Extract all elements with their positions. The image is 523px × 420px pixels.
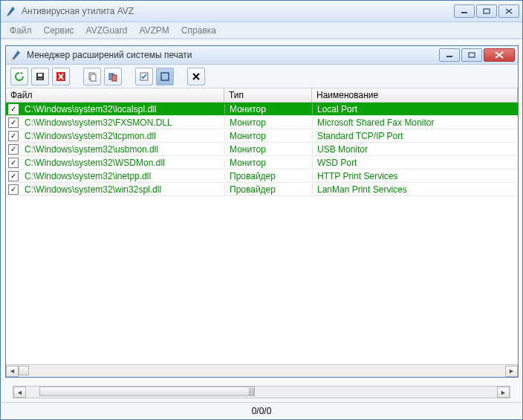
cell-type: Монитор	[224, 131, 312, 141]
table-row[interactable]: ✓C:\Windows\system32\win32spl.dllПровайд…	[6, 183, 518, 196]
scroll-grip-icon	[249, 388, 255, 396]
cell-type: Провайдер	[224, 171, 312, 181]
menubar: Файл Сервис AVZGuard AVZPM Справка	[1, 22, 522, 39]
cell-type: Монитор	[224, 104, 312, 114]
cell-file: C:\Windows\system32\tcpmon.dll	[22, 131, 224, 141]
cell-file: C:\Windows\system32\FXSMON.DLL	[22, 117, 224, 128]
table-row[interactable]: ✓C:\Windows\system32\tcpmon.dllМониторSt…	[6, 129, 518, 143]
svg-rect-8	[38, 78, 42, 80]
svg-rect-0	[7, 15, 9, 16]
main-client-area: Менеджер расширений системы печати	[1, 39, 522, 419]
row-checkbox[interactable]: ✓	[8, 131, 19, 141]
menu-avzguard[interactable]: AVZGuard	[80, 23, 134, 38]
svg-rect-7	[38, 74, 42, 77]
row-checkbox[interactable]: ✓	[8, 171, 19, 181]
table-row[interactable]: ✓C:\Windows\system32\localspl.dllМонитор…	[6, 103, 518, 116]
export-button[interactable]	[104, 68, 122, 85]
cell-name: Standard TCP/IP Port	[312, 131, 518, 141]
child-close-button[interactable]	[484, 48, 515, 62]
row-checkbox[interactable]: ✓	[8, 117, 19, 128]
child-window: Менеджер расширений системы печати	[5, 45, 519, 378]
main-window: Антивирусная утилита AVZ Файл Сервис AVZ…	[1, 1, 522, 419]
cell-name: Local Port	[312, 104, 518, 114]
copy-button[interactable]	[83, 68, 101, 85]
table-body: ✓C:\Windows\system32\localspl.dllМонитор…	[6, 103, 518, 364]
minimize-button[interactable]	[454, 4, 475, 18]
cell-type: Монитор	[224, 144, 312, 155]
column-name[interactable]: Наименование	[312, 88, 518, 102]
column-type[interactable]: Тип	[224, 88, 312, 102]
table-row[interactable]: ✓C:\Windows\system32\usbmon.dllМониторUS…	[6, 143, 518, 156]
close-button[interactable]	[498, 4, 519, 18]
scroll-thumb[interactable]	[19, 366, 29, 375]
svg-rect-5	[469, 53, 475, 57]
cell-name: HTTP Print Services	[312, 171, 518, 181]
column-file[interactable]: Файл	[6, 88, 224, 102]
delete-button[interactable]	[187, 68, 205, 85]
scroll-left-arrow-icon[interactable]: ◄	[6, 366, 19, 377]
child-window-title: Менеджер расширений системы печати	[27, 50, 439, 60]
menu-file[interactable]: Файл	[4, 23, 38, 38]
child-horizontal-scrollbar[interactable]: ◄ ►	[6, 364, 518, 377]
antivirus-button[interactable]	[52, 68, 70, 85]
maximize-button[interactable]	[476, 4, 497, 18]
app-icon	[5, 5, 17, 17]
row-checkbox[interactable]: ✓	[8, 184, 19, 195]
outer-horizontal-scrollbar[interactable]: ◄ ►	[13, 386, 510, 398]
scroll-thumb[interactable]	[39, 387, 255, 396]
svg-rect-15	[161, 73, 169, 80]
child-toolbar	[6, 65, 518, 88]
cell-name: USB Monitor	[312, 144, 518, 155]
svg-rect-3	[12, 59, 14, 60]
svg-rect-4	[446, 56, 452, 57]
status-text: 0/0/0	[252, 406, 272, 416]
cell-file: C:\Windows\system32\win32spl.dll	[22, 184, 224, 195]
scroll-left-arrow-icon[interactable]: ◄	[13, 387, 26, 398]
cell-file: C:\Windows\system32\WSDMon.dll	[22, 158, 224, 168]
table-header: Файл Тип Наименование	[6, 88, 518, 103]
cell-type: Монитор	[224, 158, 312, 168]
svg-rect-1	[461, 12, 467, 13]
svg-rect-11	[91, 74, 96, 81]
cell-type: Монитор	[224, 117, 312, 128]
svg-rect-2	[484, 9, 490, 13]
main-titlebar[interactable]: Антивирусная утилита AVZ	[1, 1, 522, 22]
row-checkbox[interactable]: ✓	[8, 104, 19, 114]
child-titlebar[interactable]: Менеджер расширений системы печати	[6, 46, 518, 65]
cell-name: LanMan Print Services	[312, 184, 518, 195]
scroll-track[interactable]	[19, 366, 505, 377]
cell-file: C:\Windows\system32\localspl.dll	[22, 104, 224, 114]
cell-file: C:\Windows\system32\inetpp.dll	[22, 171, 224, 181]
menu-avzpm[interactable]: AVZPM	[133, 23, 175, 38]
table-row[interactable]: ✓C:\Windows\system32\WSDMon.dllМониторWS…	[6, 156, 518, 169]
cell-name: WSD Port	[312, 158, 518, 168]
scroll-right-arrow-icon[interactable]: ►	[497, 387, 510, 398]
save-button[interactable]	[31, 68, 49, 85]
child-minimize-button[interactable]	[439, 48, 460, 62]
cell-file: C:\Windows\system32\usbmon.dll	[22, 144, 224, 155]
cell-name: Microsoft Shared Fax Monitor	[312, 117, 518, 128]
table-row[interactable]: ✓C:\Windows\system32\inetpp.dllПровайдер…	[6, 169, 518, 183]
scroll-right-arrow-icon[interactable]: ►	[505, 366, 518, 377]
child-maximize-button[interactable]	[461, 48, 482, 62]
refresh-button[interactable]	[10, 68, 28, 85]
child-window-controls	[439, 48, 515, 62]
row-checkbox[interactable]: ✓	[8, 158, 19, 168]
menu-service[interactable]: Сервис	[38, 23, 80, 38]
statusbar: 0/0/0	[1, 402, 522, 419]
main-window-title: Антивирусная утилита AVZ	[22, 6, 454, 16]
child-app-icon	[10, 49, 22, 61]
check-all-button[interactable]	[135, 68, 153, 85]
row-checkbox[interactable]: ✓	[8, 144, 19, 155]
cell-type: Провайдер	[224, 184, 312, 195]
uncheck-all-button[interactable]	[156, 68, 174, 85]
main-window-controls	[454, 4, 519, 18]
svg-rect-13	[112, 75, 117, 81]
menu-help[interactable]: Справка	[175, 23, 222, 38]
table-row[interactable]: ✓C:\Windows\system32\FXSMON.DLLМониторMi…	[6, 116, 518, 129]
